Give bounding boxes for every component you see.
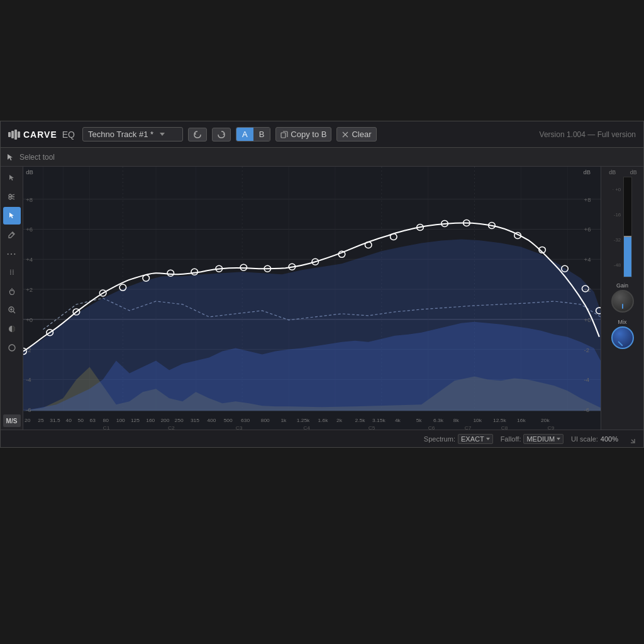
svg-text:-6: -6 <box>26 407 31 413</box>
main-area: ⋯ ⁞⁞ M/S <box>1 167 643 430</box>
redo-button[interactable] <box>212 128 231 142</box>
svg-line-4 <box>11 198 14 199</box>
svg-text:-4: -4 <box>584 377 589 384</box>
svg-text:63: 63 <box>90 418 96 423</box>
svg-text:40: 40 <box>66 418 72 423</box>
svg-text:100: 100 <box>116 418 126 423</box>
svg-text:630: 630 <box>241 418 250 423</box>
svg-text:80: 80 <box>103 418 109 423</box>
svg-text:25: 25 <box>38 418 44 423</box>
tool-zoom[interactable] <box>3 301 21 319</box>
svg-text:C9: C9 <box>548 425 555 430</box>
spectrum-value: EXACT <box>461 435 484 443</box>
svg-text:50: 50 <box>78 418 84 423</box>
svg-text:3.15k: 3.15k <box>372 418 386 423</box>
left-toolbar: ⋯ ⁞⁞ M/S <box>1 167 23 430</box>
svg-text:31.5: 31.5 <box>50 418 60 423</box>
ui-scale-item: UI scale: 400% <box>571 435 618 443</box>
svg-text:16k: 16k <box>517 418 526 423</box>
logo-text-carve: CARVE <box>23 130 57 140</box>
svg-text:C7: C7 <box>465 425 472 430</box>
svg-text:-2: -2 <box>26 347 31 353</box>
tool-phase[interactable] <box>3 320 21 338</box>
svg-text:-2: -2 <box>584 347 589 353</box>
svg-line-5 <box>11 197 14 197</box>
ab-b-button[interactable]: B <box>253 128 270 141</box>
logo-text-eq: EQ <box>62 130 75 140</box>
svg-text:4k: 4k <box>395 418 401 423</box>
svg-text:160: 160 <box>146 418 155 423</box>
preset-dropdown[interactable]: Techno Track #1 * <box>82 127 183 142</box>
copy-to-b-button[interactable]: Copy to B <box>275 127 331 142</box>
svg-text:+2: +2 <box>584 287 591 293</box>
tool-dots-sparse[interactable]: ⋯ <box>3 245 21 262</box>
svg-text:C6: C6 <box>428 425 435 430</box>
tool-dots-dense[interactable]: ⁞⁞ <box>3 264 21 281</box>
svg-point-2 <box>9 197 11 199</box>
svg-text:+4: +4 <box>26 257 33 264</box>
svg-text:dB: dB <box>584 169 591 175</box>
svg-line-8 <box>13 311 15 313</box>
ab-a-button[interactable]: A <box>236 128 253 141</box>
spectrum-dropdown[interactable]: EXACT <box>458 434 493 444</box>
svg-text:C5: C5 <box>369 425 375 430</box>
header: CARVE EQ Techno Track #1 * A B Copy to B… <box>1 121 643 148</box>
svg-text:500: 500 <box>224 418 233 423</box>
svg-text:+8: +8 <box>26 197 33 203</box>
svg-text:8k: 8k <box>453 418 460 423</box>
svg-text:315: 315 <box>191 418 200 423</box>
plugin-window: CARVE EQ Techno Track #1 * A B Copy to B… <box>0 121 644 448</box>
svg-text:800: 800 <box>261 418 270 423</box>
svg-text:6.3k: 6.3k <box>433 418 444 423</box>
spectrum-label: Spectrum: <box>424 435 455 443</box>
ms-toggle[interactable]: M/S <box>3 414 21 427</box>
tool-pointer[interactable] <box>3 169 21 187</box>
tool-hint: Select tool <box>19 153 55 162</box>
tool-circle[interactable] <box>3 339 21 357</box>
svg-text:C3: C3 <box>236 425 243 430</box>
spectrum-item: Spectrum: EXACT <box>424 434 493 444</box>
toolbar: Select tool <box>1 148 643 167</box>
svg-text:1.6k: 1.6k <box>318 418 328 423</box>
svg-text:-6: -6 <box>584 407 589 413</box>
svg-text:+2: +2 <box>26 287 33 293</box>
spectrum-arrow-icon <box>486 438 490 440</box>
tool-select[interactable] <box>3 207 21 225</box>
logo-icon <box>8 128 21 141</box>
dropdown-arrow-icon <box>160 133 165 136</box>
mix-knob[interactable] <box>611 326 634 349</box>
svg-point-12 <box>9 345 15 351</box>
version-label: Version 1.004 — Full version <box>540 130 636 139</box>
svg-text:+8: +8 <box>584 197 591 203</box>
falloff-dropdown[interactable]: MEDIUM <box>523 434 564 444</box>
eq-display[interactable]: +8 +6 +4 +2 +0 -2 -4 -6 +8 +6 +4 +2 +0 -… <box>23 167 601 430</box>
tool-pencil[interactable] <box>3 226 21 243</box>
mix-label: Mix <box>618 319 627 325</box>
svg-text:C2: C2 <box>168 425 175 430</box>
svg-text:1k: 1k <box>280 418 287 423</box>
level-meter <box>623 177 632 277</box>
svg-text:200: 200 <box>160 418 170 423</box>
tool-hand[interactable] <box>3 282 21 300</box>
gain-knob[interactable] <box>611 290 634 313</box>
select-tool-icon <box>6 153 14 162</box>
svg-rect-0 <box>281 133 286 138</box>
tool-scissor[interactable] <box>3 188 21 206</box>
svg-text:+0: +0 <box>584 317 591 323</box>
svg-text:10k: 10k <box>473 418 482 423</box>
eq-svg: +8 +6 +4 +2 +0 -2 -4 -6 +8 +6 +4 +2 +0 -… <box>23 167 601 430</box>
resize-icon[interactable] <box>626 434 636 444</box>
svg-text:+4: +4 <box>584 257 591 264</box>
svg-text:125: 125 <box>131 418 140 423</box>
svg-text:20k: 20k <box>541 418 550 423</box>
svg-text:20: 20 <box>25 418 31 423</box>
svg-text:+6: +6 <box>584 227 591 233</box>
undo-button[interactable] <box>188 128 207 142</box>
svg-text:400: 400 <box>207 418 216 423</box>
svg-text:+6: +6 <box>26 227 33 233</box>
svg-text:5k: 5k <box>416 418 423 423</box>
svg-line-3 <box>11 194 14 196</box>
clear-button[interactable]: Clear <box>336 127 376 142</box>
logo: CARVE EQ <box>8 128 75 141</box>
status-bar: Spectrum: EXACT Falloff: MEDIUM UI scale… <box>1 430 643 447</box>
